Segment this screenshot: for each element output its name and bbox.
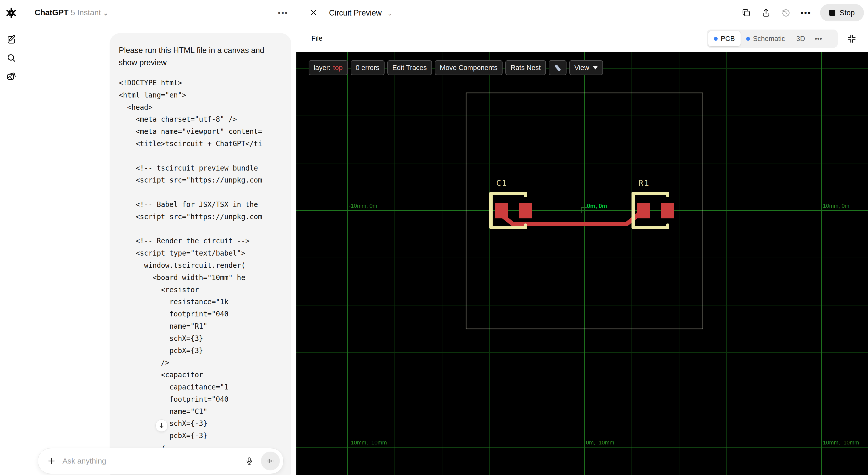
coord-label-bottom-left: -10mm, -10mm <box>349 439 387 446</box>
app-sidebar <box>0 0 24 475</box>
app-title: ChatGPT <box>35 8 68 17</box>
canvas-panel: Circuit Preview ⌄ <box>297 0 868 475</box>
coord-label-bottom-center: 0m, -10mm <box>586 439 614 446</box>
pcb-status-dot <box>714 37 718 41</box>
microphone-icon <box>245 457 254 465</box>
view-mode-toggle: PCB Schematic 3D ••• <box>707 30 838 48</box>
waveform-icon <box>266 456 275 466</box>
rats-nest-button[interactable]: Rats Nest <box>505 60 546 75</box>
move-components-button[interactable]: Move Components <box>435 60 503 75</box>
history-button[interactable] <box>780 7 792 18</box>
origin-marker <box>581 207 587 213</box>
canvas-actions: ••• Stop <box>741 0 864 26</box>
new-chat-icon[interactable] <box>6 35 17 45</box>
canvas-title: Circuit Preview <box>329 8 382 17</box>
c1-pad-2[interactable] <box>519 203 532 218</box>
history-icon <box>781 8 791 18</box>
upload-icon <box>761 8 771 18</box>
layer-button[interactable]: layer: top <box>309 60 348 75</box>
canvas-menubar: File PCB Schematic 3D ••• <box>297 26 868 52</box>
model-selector[interactable]: ChatGPT 5 Instant ⌄ <box>35 8 108 17</box>
collapse-icon[interactable] <box>846 34 857 44</box>
user-code-block: <!DOCTYPE html> <html lang="en"> <head> … <box>119 77 284 454</box>
more-options-icon[interactable]: ••• <box>800 7 811 18</box>
c1-ref-label[interactable]: C1 <box>496 178 508 188</box>
library-icon[interactable] <box>6 71 17 81</box>
conversation-menu-icon[interactable]: ••• <box>278 9 288 17</box>
schematic-status-dot <box>746 37 750 41</box>
c1-pad-1[interactable] <box>495 203 508 218</box>
r1-pad-1[interactable] <box>637 203 650 218</box>
search-icon[interactable] <box>6 53 17 63</box>
scroll-to-bottom-button[interactable] <box>155 419 168 432</box>
canvas-header: Circuit Preview ⌄ <box>297 0 868 26</box>
view-dropdown-button[interactable]: View <box>569 60 603 75</box>
tab-pcb[interactable]: PCB <box>708 31 741 46</box>
user-prompt-text: Please run this HTML file in a canvas an… <box>119 44 279 69</box>
pcb-toolbar: layer: top 0 errors Edit Traces Move Com… <box>309 60 603 75</box>
stop-button[interactable]: Stop <box>820 4 864 22</box>
chevron-down-icon: ⌄ <box>388 10 392 17</box>
origin-coordinate-label: 0m, 0m <box>587 203 607 209</box>
pencil-tool-button[interactable] <box>549 60 566 75</box>
tab-schematic[interactable]: Schematic <box>741 31 791 46</box>
close-canvas-button[interactable] <box>309 8 318 17</box>
tab-pcb-label: PCB <box>721 35 735 43</box>
coord-label-mid-right: 10mm, 0m <box>823 203 849 209</box>
user-message-bubble: Please run this HTML file in a canvas an… <box>110 33 291 475</box>
errors-button[interactable]: 0 errors <box>351 60 384 75</box>
pcb-artwork <box>297 52 868 475</box>
close-icon <box>309 8 318 17</box>
tab-3d-label: 3D <box>796 35 805 43</box>
model-name: 5 Instant <box>70 8 101 17</box>
chat-input[interactable] <box>62 457 243 465</box>
copy-icon <box>741 8 751 18</box>
r1-ref-label[interactable]: R1 <box>639 178 650 188</box>
stop-label: Stop <box>839 9 855 17</box>
coord-label-mid-left: -10mm, 0m <box>349 203 377 209</box>
chevron-down-icon: ⌄ <box>103 10 108 16</box>
coord-label-bottom-right: 10mm, -10mm <box>823 439 859 446</box>
dictate-button[interactable] <box>243 455 255 467</box>
view-label: View <box>575 64 589 72</box>
layer-label: layer: <box>314 64 331 72</box>
copy-button[interactable] <box>741 7 752 18</box>
composer <box>38 448 284 474</box>
pcb-canvas[interactable]: C1 R1 0m, 0m -10mm, 0m 10mm, 0m -10mm, -… <box>297 52 868 475</box>
caret-down-icon <box>593 66 598 69</box>
file-menu[interactable]: File <box>311 35 322 42</box>
arrow-down-icon <box>158 422 165 429</box>
views-more-icon[interactable]: ••• <box>811 35 826 43</box>
share-button[interactable] <box>761 7 772 18</box>
canvas-title-dropdown[interactable]: Circuit Preview ⌄ <box>329 8 392 18</box>
tab-schematic-label: Schematic <box>753 35 785 43</box>
chat-panel: ChatGPT 5 Instant ⌄ ••• Please run this … <box>25 0 296 475</box>
attach-plus-icon[interactable] <box>47 457 56 465</box>
stop-square-icon <box>829 10 835 16</box>
edit-traces-button[interactable]: Edit Traces <box>388 60 432 75</box>
openai-logo-icon[interactable] <box>5 7 17 19</box>
layer-value: top <box>333 64 343 72</box>
pencil-icon <box>554 64 561 71</box>
r1-pad-2[interactable] <box>661 203 674 218</box>
tab-3d[interactable]: 3D <box>791 31 811 46</box>
chat-header: ChatGPT 5 Instant ⌄ ••• <box>25 0 296 26</box>
voice-mode-button[interactable] <box>261 451 280 470</box>
